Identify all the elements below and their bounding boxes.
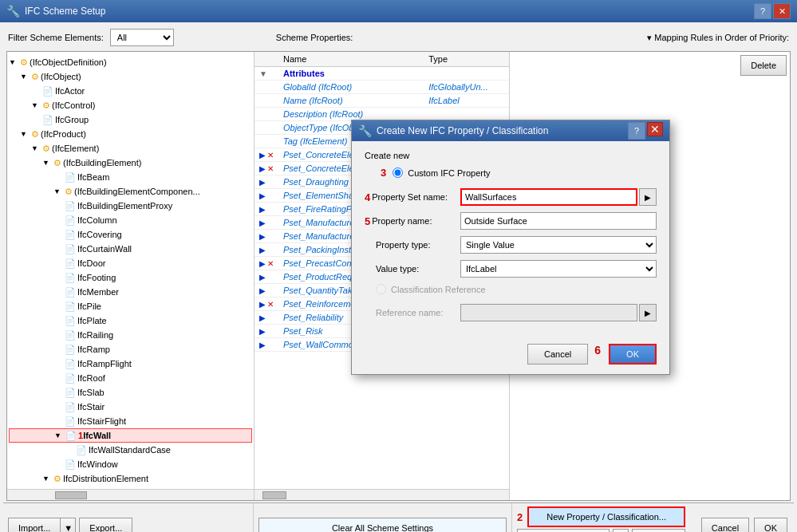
tree-item-ifc-ramp-flight[interactable]: 📄 IfcRampFlight bbox=[9, 357, 252, 371]
import-split-button[interactable]: Import... ▼ bbox=[8, 518, 76, 532]
tree-item-ifc-door[interactable]: 📄 IfcDoor bbox=[9, 256, 252, 270]
reference-browse-button[interactable]: ▶ bbox=[639, 304, 657, 321]
expander-icon[interactable]: ▼ bbox=[20, 73, 31, 81]
modal-help-button[interactable]: ? bbox=[628, 122, 645, 140]
tree-item-ifc-product[interactable]: ▼ ⚙ (IfcProduct) bbox=[9, 127, 252, 141]
modal-cancel-button[interactable]: Cancel bbox=[527, 344, 588, 365]
tree-item-ifc-column[interactable]: 📄 IfcColumn bbox=[9, 213, 252, 227]
main-cancel-button[interactable]: Cancel bbox=[701, 518, 749, 532]
classification-ref-radio-row[interactable]: Classification Reference bbox=[376, 284, 657, 294]
expander-icon[interactable]: ▼ bbox=[42, 159, 53, 167]
property-name-input[interactable] bbox=[460, 212, 657, 230]
add-parameters-button[interactable]: Add Parameters... bbox=[517, 529, 610, 532]
tree-item-ifc-stair-flight[interactable]: 📄 IfcStairFlight bbox=[9, 414, 252, 428]
expander-icon[interactable]: ▼ bbox=[20, 130, 31, 138]
help-button[interactable]: ? bbox=[754, 3, 771, 19]
tree-item-ifc-building-element[interactable]: ▼ ⚙ (IfcBuildingElement) bbox=[9, 156, 252, 170]
col-name-header: Name bbox=[278, 52, 424, 67]
tree-item-label: (IfcBuildingElementComponen... bbox=[74, 187, 200, 196]
tree-item-ifc-element[interactable]: ▼ ⚙ (IfcElement) bbox=[9, 141, 252, 156]
tree-item-ifc-window[interactable]: 📄 IfcWindow bbox=[9, 457, 252, 471]
expander-icon[interactable]: ▼ bbox=[54, 432, 65, 439]
tree-item-ifc-ramp[interactable]: 📄 IfcRamp bbox=[9, 342, 252, 357]
modal-ok-button[interactable]: OK bbox=[609, 344, 657, 365]
attr-globalid-type: IfcGloballyUn... bbox=[428, 82, 488, 92]
tree-hscrollbar[interactable] bbox=[7, 489, 254, 500]
attr-row-description[interactable]: Description (IfcRoot) bbox=[254, 108, 509, 121]
tree-item-ifc-object-def[interactable]: ▼ ⚙ (IfcObjectDefinition) bbox=[9, 55, 252, 69]
export-button[interactable]: Export... bbox=[79, 518, 132, 532]
tree-item-label: (IfcBuildingElement) bbox=[63, 158, 141, 167]
tree-item-label: (IfcObject) bbox=[41, 72, 81, 81]
expander-icon[interactable]: ▼ bbox=[9, 58, 20, 66]
scheme-hscrollbar[interactable] bbox=[254, 489, 509, 500]
remove-button[interactable]: Remove bbox=[632, 529, 685, 532]
reference-name-input[interactable] bbox=[460, 304, 637, 321]
tree-doc-icon: 📄 bbox=[65, 345, 76, 355]
tree-item-ifc-plate[interactable]: 📄 IfcPlate bbox=[9, 313, 252, 328]
tree-item-ifc-beam[interactable]: 📄 IfcBeam bbox=[9, 170, 252, 184]
modal-close-button[interactable]: ✕ bbox=[647, 122, 663, 136]
tree-item-ifc-roof[interactable]: 📄 IfcRoof bbox=[9, 371, 252, 385]
custom-ifc-radio[interactable] bbox=[393, 167, 403, 178]
tree-item-ifc-curtain-wall[interactable]: 📄 IfcCurtainWall bbox=[9, 242, 252, 256]
filter-select[interactable]: All bbox=[110, 29, 174, 46]
tree-item-ifc-covering[interactable]: 📄 IfcCovering bbox=[9, 227, 252, 242]
filter-row: Filter Scheme Elements: All Scheme Prope… bbox=[3, 26, 794, 49]
expander-icon[interactable]: ▼ bbox=[31, 101, 42, 109]
tree-item-ifc-slab[interactable]: 📄 IfcSlab bbox=[9, 385, 252, 400]
tree-item-ifc-pile[interactable]: 📄 IfcPile bbox=[9, 299, 252, 313]
modal-footer: Cancel 6 OK bbox=[352, 337, 669, 374]
app-icon: 🔧 bbox=[6, 5, 20, 18]
import-arrow-button[interactable]: ▼ bbox=[60, 518, 76, 532]
tree-item-ifc-actor[interactable]: 📄 IfcActor bbox=[9, 84, 252, 98]
tree-item-ifc-distribution[interactable]: ▼ ⚙ IfcDistributionElement bbox=[9, 471, 252, 486]
tree-doc-icon: 📄 bbox=[65, 459, 76, 470]
classification-ref-radio[interactable] bbox=[376, 284, 386, 294]
pset-label-container: 4 Property Set name: bbox=[365, 191, 460, 203]
import-button[interactable]: Import... bbox=[8, 518, 60, 532]
tree-item-ifc-bel-comp[interactable]: ▼ ⚙ (IfcBuildingElementComponen... bbox=[9, 184, 252, 199]
delete-button[interactable]: Delete bbox=[740, 55, 787, 76]
property-set-name-row: 4 Property Set name: ▶ bbox=[365, 188, 657, 206]
expander-icon[interactable]: ▼ bbox=[42, 475, 53, 483]
custom-ifc-property-radio-row[interactable]: 3 Custom IFC Property bbox=[381, 167, 657, 179]
property-name-label: Property name: bbox=[372, 216, 432, 226]
filter-label: Filter Scheme Elements: bbox=[8, 33, 104, 42]
close-button[interactable]: ✕ bbox=[773, 3, 791, 19]
tree-item-ifc-member[interactable]: 📄 IfcMember bbox=[9, 285, 252, 299]
tree-container[interactable]: ▼ ⚙ (IfcObjectDefinition) ▼ ⚙ (IfcObject… bbox=[7, 52, 254, 489]
tree-item-ifc-bel-proxy[interactable]: 📄 IfcBuildingElementProxy bbox=[9, 199, 252, 213]
tree-item-ifc-railing[interactable]: 📄 IfcRailing bbox=[9, 328, 252, 342]
add-params-arrow[interactable]: ▼ bbox=[613, 529, 629, 532]
tree-item-ifc-object[interactable]: ▼ ⚙ (IfcObject) bbox=[9, 69, 252, 84]
expander-icon[interactable]: ▼ bbox=[31, 144, 42, 152]
tree-item-ifc-group[interactable]: 📄 IfcGroup bbox=[9, 112, 252, 127]
attr-row-globalid[interactable]: GlobalId (IfcRoot) IfcGloballyUn... bbox=[254, 81, 509, 94]
tree-gear-icon: ⚙ bbox=[20, 57, 28, 68]
value-type-select[interactable]: IfcLabel IfcText IfcIdentifier IfcReal I… bbox=[460, 260, 657, 278]
tree-item-label: IfcStairFlight bbox=[77, 416, 126, 426]
tree-item-ifc-wall-standard[interactable]: 📄 IfcWallStandardCase bbox=[9, 443, 252, 457]
col-type-header: Type bbox=[424, 52, 509, 67]
property-set-browse-button[interactable]: ▶ bbox=[639, 188, 657, 206]
tree-item-ifc-stair[interactable]: 📄 IfcStair bbox=[9, 400, 252, 414]
attr-row-name[interactable]: Name (IfcRoot) IfcLabel bbox=[254, 94, 509, 108]
tree-gear-icon: ⚙ bbox=[42, 100, 50, 111]
tree-item-label: IfcColumn bbox=[77, 215, 117, 225]
tree-item-label: IfcDistributionElement bbox=[63, 474, 148, 483]
property-set-name-input[interactable] bbox=[460, 188, 637, 206]
new-property-button[interactable]: New Property / Classification... bbox=[527, 506, 685, 527]
tree-item-ifc-footing[interactable]: 📄 IfcFooting bbox=[9, 270, 252, 285]
main-ok-button[interactable]: OK bbox=[754, 518, 787, 532]
tree-item-label: (IfcProduct) bbox=[41, 129, 86, 139]
property-type-select[interactable]: Single Value Enumerated Value Bounded Va… bbox=[460, 236, 657, 254]
attributes-row[interactable]: ▼ Attributes bbox=[254, 67, 509, 81]
modal-body: Create new 3 Custom IFC Property 4 Prope… bbox=[352, 141, 669, 337]
tree-item-ifc-wall[interactable]: ▼ 📄 1 IfcWall bbox=[9, 428, 252, 443]
modal-title-text: Create New IFC Property / Classification bbox=[377, 125, 548, 136]
tree-item-ifc-control[interactable]: ▼ ⚙ (IfcControl) bbox=[9, 98, 252, 112]
expander-icon[interactable]: ▼ bbox=[53, 187, 65, 195]
clear-all-button[interactable]: Clear All Scheme Settings bbox=[258, 518, 507, 532]
tree-item-label: IfcSlab bbox=[77, 388, 105, 397]
